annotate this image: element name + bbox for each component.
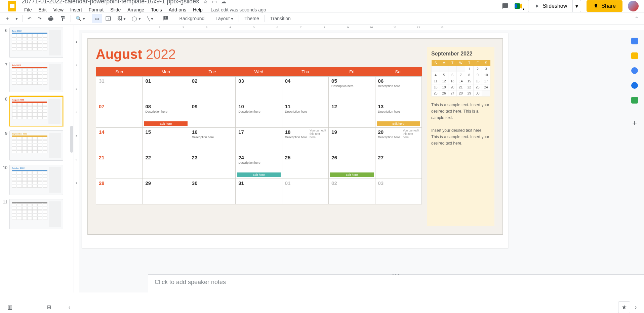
menu-edit[interactable]: Edit [36, 6, 49, 14]
add-addon-icon[interactable]: + [632, 118, 637, 128]
slide-thumb-9[interactable]: 9 September 2022 [0, 130, 74, 161]
menu-add-ons[interactable]: Add-ons [166, 6, 189, 14]
menu-format[interactable]: Format [86, 6, 106, 14]
menu-arrange[interactable]: Arrange [125, 6, 147, 14]
calendar-cell[interactable]: 13Description hereEdit here [375, 102, 421, 128]
filmstrip-view-icon[interactable]: ▥ [5, 302, 14, 312]
calendar-sidebar[interactable]: September 2022 SMTWTFS ....1234567891011… [427, 47, 494, 226]
calendar-cell[interactable]: 28 [96, 179, 143, 204]
transition-button[interactable]: Transition [267, 14, 294, 23]
calendar-cell[interactable]: 23 [189, 153, 235, 179]
calendar-title[interactable]: August 2022 [96, 47, 422, 62]
calendar-cell[interactable]: 03 [375, 179, 421, 204]
calendar-cell[interactable]: 12 [329, 102, 375, 128]
image-tool[interactable]: 🖼 ▾ [115, 14, 128, 23]
speaker-notes[interactable]: • • • Click to add speaker notes [148, 274, 644, 292]
menu-view[interactable]: View [51, 6, 66, 14]
collapse-toolbar-icon[interactable]: ⌃ [632, 14, 641, 23]
slide-panel[interactable]: 6 June 2022 7 July 2022 8 [0, 25, 74, 292]
calendar-cell[interactable]: 09 [189, 102, 235, 128]
select-tool[interactable]: ▭ [92, 14, 102, 23]
calendar-cell[interactable]: 01 [143, 77, 189, 102]
keep-addon-icon[interactable] [631, 52, 638, 59]
slideshow-button[interactable]: Slideshow ▾ [528, 0, 581, 12]
slides-logo[interactable] [5, 0, 19, 13]
menu-tools[interactable]: Tools [148, 6, 165, 14]
explore-button[interactable] [618, 301, 630, 313]
calendar-cell[interactable]: 16Description here [189, 128, 235, 153]
calendar-cell[interactable]: 31 [96, 77, 143, 102]
calendar-cell[interactable]: 08Description hereEdit here [143, 102, 189, 128]
move-icon[interactable]: ▭ [212, 0, 217, 5]
meet-icon[interactable]: ▼ [515, 2, 523, 10]
calendar-cell[interactable]: 11Description here [282, 102, 328, 128]
calendar-cell[interactable]: 29 [143, 179, 189, 204]
share-button[interactable]: Share [587, 0, 622, 12]
account-avatar[interactable] [628, 1, 639, 11]
calendar-cell[interactable]: 02 [329, 179, 375, 204]
slide-canvas[interactable]: August 2022 SunMonTueWedThuFriSat 310102… [82, 33, 508, 248]
calendar-addon-icon[interactable] [631, 38, 638, 44]
background-button[interactable]: Background [176, 14, 208, 23]
calendar-cell[interactable]: 20You can edit this text here.Descriptio… [375, 128, 421, 153]
document-title[interactable]: 20771-01-2022-calendar-powerpoint-templa… [22, 0, 199, 5]
contacts-addon-icon[interactable] [631, 82, 638, 89]
print-button[interactable] [45, 14, 56, 23]
calendar-cell[interactable]: 06Description here [375, 77, 421, 102]
redo-button[interactable]: ↷ [35, 14, 44, 23]
calendar-cell[interactable]: 25 [282, 153, 328, 179]
textbox-tool[interactable]: T [103, 14, 114, 23]
layout-button[interactable]: Layout ▾ [212, 14, 237, 23]
cloud-icon[interactable]: ☁ [221, 0, 226, 5]
line-tool[interactable]: ╲ ▾ [144, 14, 156, 23]
paint-format-button[interactable] [57, 14, 69, 23]
menu-file[interactable]: File [22, 6, 35, 14]
slide-thumb-6[interactable]: 6 June 2022 [0, 28, 74, 58]
slideshow-dropdown[interactable]: ▾ [572, 0, 581, 12]
grid-view-icon[interactable]: ⊞ [45, 302, 53, 312]
maps-addon-icon[interactable] [631, 97, 638, 104]
collapse-panel-icon[interactable]: ‹ [67, 302, 72, 312]
canvas-area[interactable]: 12345678910111213 1234567 August 2022 Su… [74, 25, 644, 292]
theme-button[interactable]: Theme [241, 14, 263, 23]
calendar-cell[interactable]: 14 [96, 128, 143, 153]
menu-slide[interactable]: Slide [108, 6, 123, 14]
shape-tool[interactable]: ◯ ▾ [129, 14, 144, 23]
calendar-cell[interactable]: 17 [236, 128, 282, 153]
new-slide-button[interactable]: + [3, 14, 12, 23]
slide-thumb-7[interactable]: 7 July 2022 [0, 62, 74, 92]
scrollbar-thumb[interactable] [70, 126, 73, 153]
calendar-cell[interactable]: 19 [329, 128, 375, 153]
slide-thumb-11[interactable]: 11 [0, 199, 74, 229]
calendar-cell[interactable]: 02 [189, 77, 235, 102]
slide-thumb-8[interactable]: 8 August 2022 [0, 96, 74, 126]
calendar-table[interactable]: SunMonTueWedThuFriSat 310102030405Descri… [96, 67, 422, 204]
calendar-cell[interactable]: 31 [236, 179, 282, 204]
calendar-cell[interactable]: 03 [236, 77, 282, 102]
new-slide-dropdown[interactable]: ▾ [13, 14, 21, 23]
calendar-cell[interactable]: 30 [189, 179, 235, 204]
last-edit-link[interactable]: Last edit was seconds ago [211, 7, 266, 12]
calendar-cell[interactable]: 05Description here [329, 77, 375, 102]
notes-drag-handle[interactable]: • • • [392, 273, 399, 276]
calendar-cell[interactable]: 21 [96, 153, 143, 179]
calendar-cell[interactable]: 18You can edit this text here.Descriptio… [282, 128, 328, 153]
calendar-cell[interactable]: 22 [143, 153, 189, 179]
zoom-button[interactable]: 🔍 ▾ [73, 14, 88, 23]
comments-icon[interactable] [501, 2, 509, 10]
slide-thumb-10[interactable]: 10 October 2022 [0, 165, 74, 195]
comment-tool[interactable]: + [160, 14, 172, 23]
calendar-cell[interactable]: 10Description here [236, 102, 282, 128]
calendar-cell[interactable]: 07 [96, 102, 143, 128]
side-panel-toggle[interactable]: › [633, 302, 639, 312]
tasks-addon-icon[interactable] [631, 67, 638, 74]
menu-help[interactable]: Help [190, 6, 205, 14]
calendar-cell[interactable]: 26Edit here [329, 153, 375, 179]
star-icon[interactable]: ☆ [203, 0, 208, 5]
calendar-cell[interactable]: 24Description hereEdit here [236, 153, 282, 179]
calendar-cell[interactable]: 15 [143, 128, 189, 153]
calendar-cell[interactable]: 01 [282, 179, 328, 204]
menu-insert[interactable]: Insert [68, 6, 85, 14]
undo-button[interactable]: ↶ [25, 14, 34, 23]
calendar-cell[interactable]: 04 [282, 77, 328, 102]
